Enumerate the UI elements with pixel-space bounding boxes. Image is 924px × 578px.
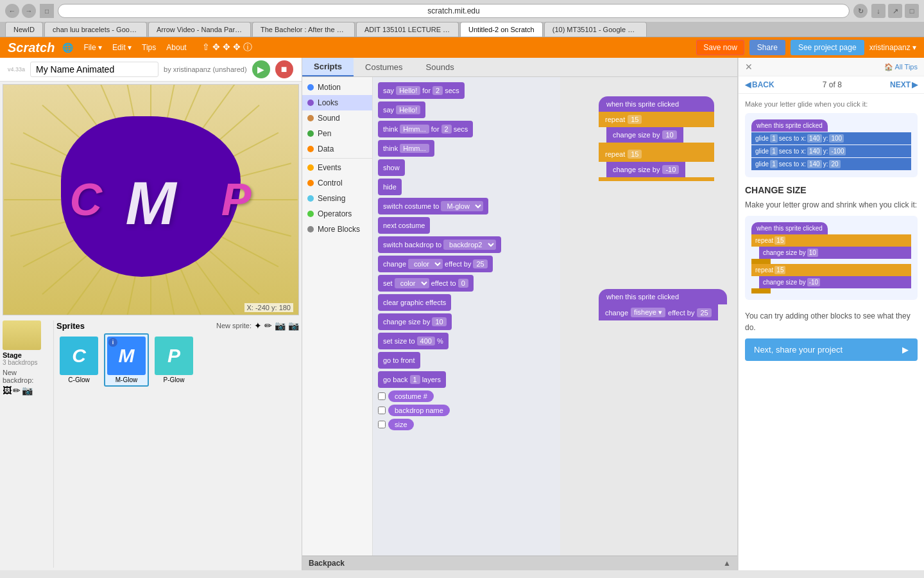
block-change-effect[interactable]: change color effect by 25 xyxy=(378,256,555,272)
tab-scripts[interactable]: Scripts xyxy=(302,58,354,76)
backpack-bar[interactable]: Backpack ▲ xyxy=(302,556,737,570)
tab-bachelor[interactable]: The Bachelor : After the Fin... xyxy=(252,22,355,37)
fisheye-val[interactable]: 25 xyxy=(697,308,711,317)
block-hello-val[interactable]: Hello! xyxy=(396,86,420,95)
tab-arrow[interactable]: Arrow Video - Nanda Parbat... xyxy=(148,22,251,37)
costume-num-checkbox[interactable] xyxy=(378,392,386,400)
block-backdrop-name[interactable]: backdrop name xyxy=(388,405,450,416)
block-costume-num[interactable]: costume # xyxy=(388,390,434,402)
repeat-2-val[interactable]: 15 xyxy=(628,150,642,159)
tab-chan[interactable]: chan luu bracelets - Google... xyxy=(44,22,147,37)
compress-icon[interactable]: ✥ xyxy=(233,42,241,53)
tab-adit[interactable]: ADIT 135101 LECTURE NO... xyxy=(356,22,459,37)
fullscreen-button[interactable]: □ xyxy=(905,4,919,18)
see-project-button[interactable]: See project page xyxy=(791,40,864,55)
new-sprite-camera-icon[interactable]: 📷 xyxy=(288,320,299,331)
tips-all-button[interactable]: 🏠 All Tips xyxy=(884,63,918,71)
hat-block-2[interactable]: when this sprite clicked xyxy=(599,289,727,304)
block-next-costume[interactable]: next costume xyxy=(378,217,555,234)
cat-events[interactable]: Events xyxy=(302,160,372,175)
block-switch-backdrop[interactable]: switch backdrop to backdrop2 xyxy=(378,236,555,253)
tab-scratch[interactable]: Untitled-2 on Scratch xyxy=(460,22,543,37)
forward-button[interactable]: → xyxy=(22,4,36,18)
upload-backdrop-icon[interactable]: 📷 xyxy=(22,385,33,396)
file-menu[interactable]: File ▾ xyxy=(81,42,105,53)
change-size-2-val[interactable]: -10 xyxy=(662,165,679,174)
size-checkbox[interactable] xyxy=(378,421,386,428)
repeat-block-2[interactable]: repeat 15 xyxy=(599,146,714,162)
tab-sounds[interactable]: Sounds xyxy=(415,58,466,76)
change-size-block-1[interactable]: change size by 10 xyxy=(606,127,683,143)
cat-control[interactable]: Control xyxy=(302,175,372,191)
set-effect-dropdown[interactable]: color xyxy=(395,278,429,288)
tab-newid[interactable]: NewID xyxy=(5,22,43,37)
paint-backdrop-icon[interactable]: 🖼 xyxy=(3,385,12,396)
tips-back-button[interactable]: ◀ BACK xyxy=(745,80,774,89)
stop-button[interactable]: ■ xyxy=(275,60,293,78)
hat-block-1[interactable]: when this sprite clicked xyxy=(599,96,714,112)
sprite-item-cglow[interactable]: C C-Glow xyxy=(56,333,101,387)
cat-data[interactable]: Data xyxy=(302,141,372,157)
effect-dropdown[interactable]: color xyxy=(408,259,443,269)
address-bar[interactable]: scratch.mit.edu xyxy=(58,4,850,18)
block-hello2-val[interactable]: Hello! xyxy=(396,105,420,114)
next-share-button[interactable]: Next, share your project ▶ xyxy=(745,338,918,361)
block-clear-effects[interactable]: clear graphic effects xyxy=(378,294,555,311)
block-say-hello-secs[interactable]: say Hello! for 2 secs xyxy=(378,82,555,99)
new-sprite-upload-icon[interactable]: 📷 xyxy=(275,320,286,331)
tab-costumes[interactable]: Costumes xyxy=(354,58,415,76)
cat-operators[interactable]: Operators xyxy=(302,206,372,222)
block-hmm-val[interactable]: Hmm... xyxy=(400,125,429,134)
change-size-block-2[interactable]: change size by -10 xyxy=(606,162,685,177)
block-set-size[interactable]: set size to 400 % xyxy=(378,333,555,349)
restore-button[interactable]: □ xyxy=(40,4,54,18)
fisheye-dropdown[interactable]: fisheye ▾ xyxy=(631,308,665,317)
change-size-1-val[interactable]: 10 xyxy=(662,130,676,139)
project-title-input[interactable] xyxy=(30,62,158,77)
block-1-val[interactable]: 1 xyxy=(410,375,420,384)
tab-mt[interactable]: (10) MT35101 - Google Groups xyxy=(544,22,647,37)
fullscreen-icon[interactable]: ✥ xyxy=(223,42,230,53)
block-go-front[interactable]: go to front xyxy=(378,352,555,369)
share-button[interactable]: Share xyxy=(749,40,785,55)
globe-icon[interactable]: 🌐 xyxy=(62,42,73,53)
block-go-back[interactable]: go back 1 layers xyxy=(378,371,555,388)
cat-looks[interactable]: Looks xyxy=(302,95,372,110)
repeat-block-1[interactable]: repeat 15 xyxy=(599,112,714,127)
back-button[interactable]: ← xyxy=(5,4,19,18)
upload-icon[interactable]: ⇧ xyxy=(202,42,210,53)
share-browser-button[interactable]: ↗ xyxy=(888,4,902,18)
download-button[interactable]: ↓ xyxy=(871,4,886,18)
block-0-val[interactable]: 0 xyxy=(458,279,468,288)
backdrop-dropdown[interactable]: backdrop2 xyxy=(443,240,496,250)
tips-next-button[interactable]: NEXT ▶ xyxy=(890,80,918,89)
block-2-val[interactable]: 2 xyxy=(432,86,443,95)
cat-pen[interactable]: Pen xyxy=(302,126,372,141)
block-25-val[interactable]: 25 xyxy=(473,259,487,268)
user-menu[interactable]: xristinapanz ▾ xyxy=(869,43,916,52)
block-400-val[interactable]: 400 xyxy=(417,337,435,346)
save-now-button[interactable]: Save now xyxy=(696,40,744,55)
block-change-size[interactable]: change size by 10 xyxy=(378,313,555,330)
cat-sensing[interactable]: Sensing xyxy=(302,191,372,206)
new-sprite-draw-icon[interactable]: ✏ xyxy=(264,320,272,331)
help-icon[interactable]: ⓘ xyxy=(243,42,252,53)
refresh-button[interactable]: ↻ xyxy=(853,4,868,18)
block-hmm2-val[interactable]: Hmm... xyxy=(400,144,429,153)
block-hide[interactable]: hide xyxy=(378,179,555,195)
backdrop-name-checkbox[interactable] xyxy=(378,407,386,414)
cat-sound[interactable]: Sound xyxy=(302,110,372,126)
block-think[interactable]: think Hmm... xyxy=(378,140,555,157)
block-switch-costume[interactable]: switch costume to M-glow xyxy=(378,198,555,215)
arrows-icon[interactable]: ✥ xyxy=(212,42,220,53)
cat-more-blocks[interactable]: More Blocks xyxy=(302,222,372,237)
tips-close-button[interactable]: ✕ xyxy=(745,62,753,72)
tips-menu[interactable]: Tips xyxy=(139,42,158,53)
block-show[interactable]: show xyxy=(378,159,555,176)
edit-menu[interactable]: Edit ▾ xyxy=(110,42,134,53)
block-2b-val[interactable]: 2 xyxy=(441,125,452,134)
repeat-1-val[interactable]: 15 xyxy=(628,115,642,124)
stage-thumbnail[interactable] xyxy=(3,320,41,350)
sprite-item-pglow[interactable]: P P-Glow xyxy=(151,333,196,387)
cat-motion[interactable]: Motion xyxy=(302,80,372,95)
